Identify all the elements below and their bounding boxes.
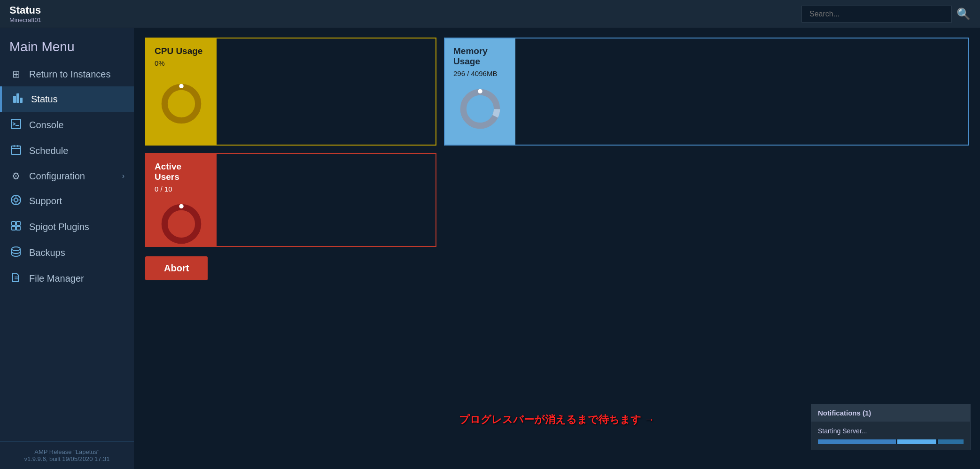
notifications-panel: Notifications (1) Starting Server... bbox=[811, 404, 971, 450]
active-users-card: Active Users 0 / 10 bbox=[145, 153, 436, 247]
cpu-label-box: CPU Usage 0% bbox=[146, 38, 217, 145]
svg-point-24 bbox=[179, 84, 183, 88]
schedule-icon bbox=[9, 145, 23, 157]
sidebar: Main Menu ⊞ Return to Instances Status bbox=[0, 28, 134, 469]
console-icon bbox=[9, 119, 23, 131]
main-content: CPU Usage 0% Memory Usage 29 bbox=[134, 28, 980, 469]
spigot-plugins-icon bbox=[9, 221, 23, 233]
cpu-value: 0% bbox=[155, 59, 208, 67]
memory-chart-area bbox=[515, 38, 968, 145]
sidebar-item-file-manager[interactable]: File Manager bbox=[0, 266, 134, 292]
progress-segment-2 bbox=[897, 439, 936, 444]
svg-rect-17 bbox=[12, 226, 16, 230]
svg-rect-2 bbox=[20, 98, 23, 103]
memory-label-box: Memory Usage 296 / 4096MB bbox=[445, 38, 515, 145]
status-icon bbox=[11, 93, 24, 106]
instance-name: Minecraft01 bbox=[9, 16, 41, 23]
progress-segment-3 bbox=[938, 439, 964, 444]
memory-title: Memory Usage bbox=[453, 46, 507, 67]
sidebar-label-file-manager: File Manager bbox=[29, 273, 124, 284]
svg-rect-1 bbox=[16, 93, 19, 103]
svg-point-10 bbox=[14, 198, 18, 202]
cpu-donut-container bbox=[155, 70, 208, 137]
users-donut-chart bbox=[159, 200, 203, 247]
sidebar-item-support[interactable]: Support bbox=[0, 188, 134, 214]
svg-point-28 bbox=[164, 207, 198, 240]
top-stats-row: CPU Usage 0% Memory Usage 29 bbox=[145, 38, 969, 146]
sidebar-footer: AMP Release "Lapetus" v1.9.9.6, built 19… bbox=[0, 441, 134, 469]
sidebar-item-return-to-instances[interactable]: ⊞ Return to Instances bbox=[0, 62, 134, 86]
sidebar-label-schedule: Schedule bbox=[29, 146, 124, 156]
footer-line1: AMP Release "Lapetus" bbox=[9, 448, 124, 455]
svg-point-27 bbox=[478, 89, 482, 93]
users-value: 0 / 10 bbox=[155, 185, 208, 193]
file-manager-icon bbox=[9, 272, 23, 285]
svg-rect-3 bbox=[11, 119, 21, 129]
users-donut-container bbox=[155, 196, 208, 252]
users-title: Active Users bbox=[155, 161, 208, 182]
sidebar-item-console[interactable]: Console bbox=[0, 112, 134, 138]
sidebar-label-return: Return to Instances bbox=[29, 69, 124, 80]
search-input[interactable] bbox=[801, 6, 952, 23]
abort-button[interactable]: Abort bbox=[145, 256, 208, 280]
sidebar-label-support: Support bbox=[29, 196, 124, 207]
support-icon bbox=[9, 195, 23, 208]
notification-message: Starting Server... bbox=[818, 427, 964, 435]
svg-rect-16 bbox=[16, 222, 20, 225]
sidebar-item-status[interactable]: Status bbox=[0, 86, 134, 112]
configuration-arrow-icon: › bbox=[122, 172, 124, 180]
sidebar-item-configuration[interactable]: ⚙ Configuration › bbox=[0, 164, 134, 188]
return-instances-icon: ⊞ bbox=[9, 69, 23, 80]
svg-point-25 bbox=[463, 92, 497, 125]
header-title-block: Status Minecraft01 bbox=[9, 4, 41, 23]
app-title: Status bbox=[9, 4, 41, 16]
memory-value: 296 / 4096MB bbox=[453, 69, 507, 77]
annotation-text: プログレスバーが消えるまで待ちます → bbox=[459, 413, 654, 427]
svg-rect-18 bbox=[16, 226, 20, 230]
sidebar-label-spigot-plugins: Spigot Plugins bbox=[29, 222, 124, 232]
sidebar-label-status: Status bbox=[31, 94, 124, 105]
sidebar-label-backups: Backups bbox=[29, 247, 124, 258]
configuration-icon: ⚙ bbox=[9, 170, 23, 182]
sidebar-item-schedule[interactable]: Schedule bbox=[0, 138, 134, 164]
notifications-header: Notifications (1) bbox=[811, 404, 970, 422]
footer-line2: v1.9.9.6, built 19/05/2020 17:31 bbox=[9, 455, 124, 462]
search-area: 🔍 bbox=[801, 6, 971, 23]
svg-point-30 bbox=[179, 204, 183, 208]
users-label-box: Active Users 0 / 10 bbox=[146, 154, 217, 246]
svg-rect-5 bbox=[11, 146, 21, 154]
header: Status Minecraft01 🔍 bbox=[0, 0, 980, 28]
memory-donut-chart bbox=[458, 85, 502, 132]
progress-segment-1 bbox=[818, 439, 896, 444]
search-button[interactable]: 🔍 bbox=[957, 8, 971, 21]
cpu-chart-area bbox=[217, 38, 436, 145]
sidebar-label-configuration: Configuration bbox=[29, 171, 116, 182]
layout: Main Menu ⊞ Return to Instances Status bbox=[0, 28, 980, 469]
users-stats-row: Active Users 0 / 10 bbox=[145, 153, 969, 247]
sidebar-heading: Main Menu bbox=[0, 28, 134, 62]
sidebar-label-console: Console bbox=[29, 120, 124, 131]
sidebar-nav: ⊞ Return to Instances Status bbox=[0, 62, 134, 441]
sidebar-item-backups[interactable]: Backups bbox=[0, 240, 134, 266]
cpu-usage-card: CPU Usage 0% bbox=[145, 38, 436, 146]
progress-bar bbox=[818, 439, 964, 444]
svg-rect-0 bbox=[13, 96, 16, 103]
cpu-title: CPU Usage bbox=[155, 46, 208, 56]
backups-icon bbox=[9, 246, 23, 259]
notifications-body: Starting Server... bbox=[811, 422, 970, 450]
users-chart-area bbox=[217, 154, 436, 246]
svg-point-22 bbox=[164, 87, 198, 120]
sidebar-item-spigot-plugins[interactable]: Spigot Plugins bbox=[0, 214, 134, 240]
cpu-donut-chart bbox=[159, 80, 203, 127]
memory-usage-card: Memory Usage 296 / 4096MB bbox=[444, 38, 969, 146]
svg-rect-15 bbox=[12, 222, 16, 225]
svg-point-19 bbox=[12, 247, 20, 251]
memory-donut-container bbox=[453, 80, 507, 137]
